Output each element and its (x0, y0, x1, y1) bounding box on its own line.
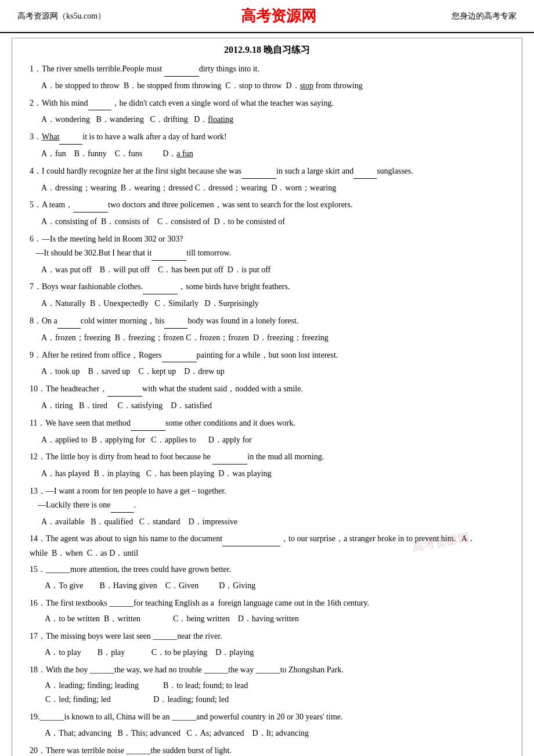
question-6: 6．—Is the meeting held in Room 302 or 30… (30, 232, 504, 261)
question-10: 10．The headteacher， with what the studen… (30, 382, 504, 397)
question-19: 19.______is known to all, China will be … (30, 710, 504, 724)
options-10: A．tiring B．tired C．satisfying D．satisfie… (41, 399, 504, 413)
options-17: A．to play B．play C．to be playing D．playi… (41, 646, 504, 660)
header-center: 高考资源网 (241, 6, 316, 26)
content-area: 2012.9.18 晚自习练习 1．The river smells terri… (12, 38, 522, 756)
question-15: 15．______more attention, the trees could… (30, 563, 504, 577)
options-7: A．Naturally B．Unexpectedly C．Similarly D… (41, 297, 504, 311)
question-18: 18．With the boy ______the way, we had no… (30, 663, 504, 677)
options-2: A．wondering B．wandering C．drifting D．flo… (41, 113, 504, 127)
options-6: A．was put off B．will put off C．has been … (41, 263, 504, 277)
question-16: 16．The first textbooks ______for teachin… (30, 596, 504, 610)
options-1: A．be stopped to throw B．be stopped from … (41, 79, 504, 93)
header-right: 您身边的高考专家 (452, 11, 517, 21)
options-12: A．has played B．in playing C．has been pla… (41, 467, 504, 481)
options-16: A．to be written B．written C．being writte… (41, 612, 504, 626)
question-13: 13．—I want a room for ten people to have… (30, 484, 504, 513)
watermark: 高考资源网 (410, 527, 471, 557)
question-8: 8．On a cold winter morning，his body was … (30, 314, 504, 329)
options-4: A．dressing；wearing B．wearing；dressed C．d… (41, 181, 504, 195)
question-11: 11．We have seen that method some other c… (30, 416, 504, 431)
question-20: 20．There was terrible noise ______the su… (30, 744, 504, 756)
question-4: 4．I could hardly recognize her at the fi… (30, 164, 504, 179)
options-11: A．applied to B．applying for C．applies to… (41, 433, 504, 447)
question-1: 1．The river smells terrible.People must … (30, 62, 504, 77)
question-7: 7．Boys wear fashionable clothes. ，some b… (30, 280, 504, 294)
options-5: A．consisting of B．consists of C．consiste… (41, 215, 504, 229)
options-3: A．fun B．funny C．funs D．a fun (41, 147, 504, 161)
question-3: 3．What it is to have a walk after a day … (30, 130, 504, 145)
question-14: 14．The agent was about to sign his name … (30, 532, 504, 560)
options-19: A．That; advancing B．This; advanced C．As;… (41, 726, 504, 740)
question-9: 9．After he retired from office，Rogers pa… (30, 348, 504, 363)
options-18: A．leading; finding; leading B．to lead; f… (41, 679, 504, 707)
page-title: 2012.9.18 晚自习练习 (30, 44, 504, 56)
question-5: 5．A team， two doctors and three policeme… (30, 198, 504, 213)
options-13: A．available B．qualified C．standard D．imp… (41, 515, 504, 529)
header-left: 高考资源网（ks5u.com） (17, 11, 106, 21)
options-15: A．To give B．Having given C．Given D．Givin… (41, 579, 504, 593)
question-12: 12．The little boy is dirty from head to … (30, 450, 504, 465)
options-8: A．frozen；freezing B．freezing；frozen C．fr… (41, 331, 504, 345)
question-2: 2．With his mind ，he didn't catch even a … (30, 96, 504, 111)
options-9: A．took up B．saved up C．kept up D．drew up (41, 365, 504, 379)
question-17: 17．The missing boys were last seen _____… (30, 629, 504, 643)
header: 高考资源网（ks5u.com） 高考资源网 您身边的高考专家 (0, 0, 534, 33)
